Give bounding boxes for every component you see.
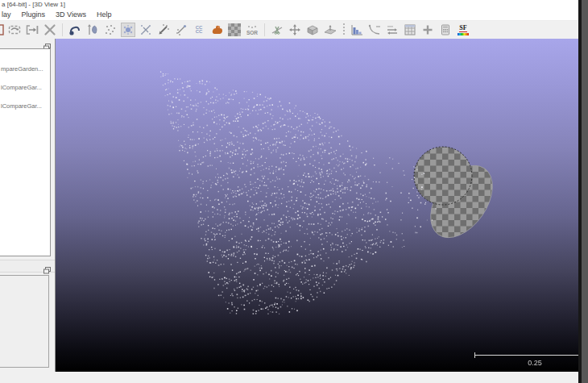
app-window: a [64-bit] - [3D View 1] lay Plugins 3D … bbox=[0, 0, 578, 383]
delete-icon[interactable] bbox=[43, 23, 57, 37]
menu-bar: lay Plugins 3D Views Help bbox=[0, 9, 578, 21]
histogram-icon[interactable] bbox=[350, 23, 364, 37]
cloud-mesh-distance-icon[interactable] bbox=[209, 23, 224, 37]
window-title: a [64-bit] - [3D View 1] bbox=[2, 1, 65, 8]
scalar-arrows-icon[interactable] bbox=[139, 23, 153, 37]
title-bar: a [64-bit] - [3D View 1] bbox=[0, 0, 578, 9]
sor-label: SOR bbox=[246, 30, 258, 35]
scale-bar-line bbox=[474, 355, 579, 356]
toolbar-separator bbox=[264, 23, 265, 36]
clipping-box-icon[interactable] bbox=[305, 23, 320, 37]
plus-icon[interactable] bbox=[420, 23, 435, 37]
project-arrow-icon[interactable] bbox=[156, 23, 171, 37]
matrix-icon[interactable] bbox=[403, 23, 417, 37]
clipped-icon[interactable] bbox=[0, 23, 4, 37]
sf-rainbow-bar bbox=[458, 33, 469, 35]
properties-header bbox=[0, 260, 55, 273]
main-toolbar: CC CC bbox=[0, 21, 578, 39]
menu-help[interactable]: Help bbox=[97, 10, 112, 19]
tree-item[interactable]: lCompareGar... bbox=[0, 97, 50, 115]
screenshot-stage: a [64-bit] - [3D View 1] lay Plugins 3D … bbox=[0, 0, 588, 383]
tree-item[interactable]: lCompareGar... bbox=[0, 78, 50, 97]
scale-bar-label: 0.25 bbox=[507, 359, 563, 367]
sf-colorscale-icon[interactable]: SF bbox=[456, 23, 470, 37]
pick-point-icon[interactable] bbox=[68, 23, 82, 37]
clone-icon[interactable] bbox=[7, 23, 22, 37]
translate-rotate-icon[interactable] bbox=[288, 23, 302, 37]
toolbar-handle bbox=[342, 23, 345, 36]
needle-icon[interactable] bbox=[174, 23, 188, 37]
menu-plugins[interactable]: Plugins bbox=[22, 10, 46, 19]
sf-label: SF bbox=[459, 25, 466, 32]
checker-icon[interactable] bbox=[227, 23, 242, 37]
subsample-icon[interactable] bbox=[103, 23, 118, 37]
segment-icon[interactable] bbox=[270, 23, 284, 37]
float-window-icon[interactable] bbox=[43, 40, 51, 47]
left-dock: mpareGarden... lCompareGar... lCompareGa… bbox=[0, 39, 55, 372]
desktop-background bbox=[582, 0, 588, 383]
properties-panel bbox=[0, 275, 49, 368]
curvature-icon[interactable] bbox=[367, 23, 382, 37]
db-tree: mpareGarden... lCompareGar... lCompareGa… bbox=[0, 48, 51, 256]
rasterize-icon[interactable] bbox=[323, 23, 337, 37]
octree-icon[interactable] bbox=[121, 23, 135, 37]
float-window-icon[interactable] bbox=[43, 263, 51, 270]
menu-3d-views[interactable]: 3D Views bbox=[56, 10, 86, 19]
toolbar-separator bbox=[62, 23, 63, 36]
db-tree-header bbox=[0, 39, 55, 48]
level-icon[interactable] bbox=[85, 23, 100, 37]
calculator-icon[interactable] bbox=[438, 23, 453, 37]
merge-icon[interactable] bbox=[25, 23, 39, 37]
scale-bar-tick bbox=[474, 352, 475, 358]
status-bar bbox=[0, 372, 578, 383]
cc-label-bottom: CC bbox=[196, 30, 203, 34]
minmax-scale-icon[interactable] bbox=[385, 23, 400, 37]
tree-item[interactable]: mpareGarden... bbox=[0, 60, 50, 78]
cloud-cloud-distance-icon[interactable]: CC CC bbox=[192, 23, 206, 37]
3d-viewport[interactable]: 0.25 bbox=[55, 39, 578, 372]
menu-display[interactable]: lay bbox=[2, 10, 11, 19]
point-cloud-canvas[interactable] bbox=[56, 39, 579, 372]
sor-filter-icon[interactable]: SOR bbox=[245, 23, 259, 37]
